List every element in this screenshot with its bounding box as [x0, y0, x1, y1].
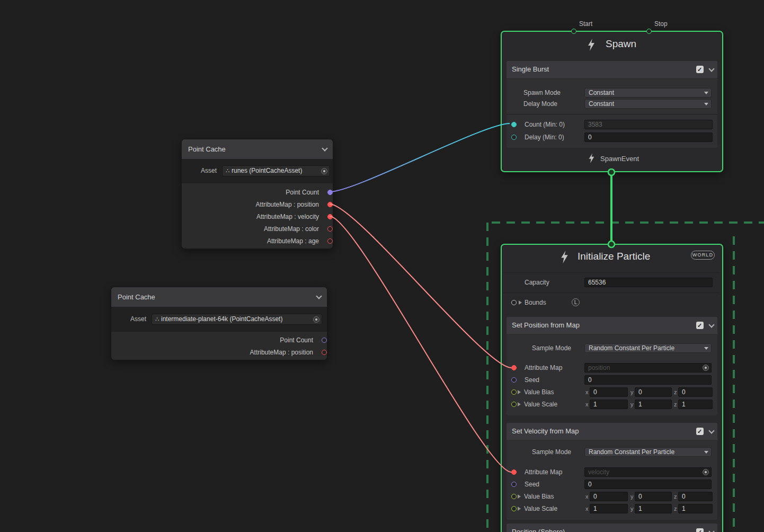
set-velocity-header[interactable]: Set Velocity from Map: [507, 423, 717, 440]
block-enabled-checkbox[interactable]: [696, 322, 704, 329]
initialize-node-title: Initialize Particle: [578, 251, 650, 262]
single-burst-title: Single Burst: [507, 65, 549, 73]
set-velocity-from-map-block[interactable]: Set Velocity from Map Sample Mode Random…: [507, 423, 717, 520]
object-picker-icon[interactable]: [313, 316, 319, 323]
spawn-node[interactable]: Start Stop Spawn Single Burst Spawn Mode…: [501, 31, 723, 172]
point-cache-planet-node[interactable]: Point Cache Asset ∴intermediate-planet-6…: [111, 287, 327, 360]
point-cache-runes-node[interactable]: Point Cache Asset ∴runes (PointCacheAsse…: [181, 139, 333, 249]
seed-input-port[interactable]: [511, 482, 517, 487]
value-scale-foldout-icon[interactable]: [518, 507, 521, 511]
block-collapse-chevron-icon[interactable]: [708, 322, 714, 327]
flow-label-stop: Stop: [654, 19, 668, 29]
value-bias-z-field[interactable]: 0: [678, 387, 713, 397]
seed-field[interactable]: 0: [584, 375, 712, 385]
flow-input-port-stop[interactable]: [646, 29, 652, 34]
vfx-graph-canvas[interactable]: { "colors": { "background": "#1f1f1f", "…: [0, 0, 764, 532]
edge-point-count-to-spawn-count[interactable]: [330, 123, 510, 192]
value-bias-x-field[interactable]: 0: [590, 492, 628, 501]
value-bias-input-port[interactable]: [511, 389, 517, 395]
edge-position-to-attribute-map[interactable]: [330, 204, 511, 368]
flow-input-port-start[interactable]: [571, 29, 576, 34]
block-collapse-chevron-icon[interactable]: [708, 428, 714, 433]
output-label: AttributeMap : velocity: [182, 211, 319, 223]
single-burst-collapse-chevron-icon[interactable]: [708, 66, 714, 72]
bounds-foldout-icon[interactable]: [519, 300, 522, 305]
single-burst-enabled-checkbox[interactable]: [696, 66, 704, 73]
count-input-port[interactable]: [511, 122, 517, 127]
value-bias-foldout-icon[interactable]: [518, 390, 521, 394]
attribute-map-input-port[interactable]: [511, 365, 517, 370]
point-count-output-port[interactable]: [322, 338, 327, 343]
set-position-from-map-block[interactable]: Set Position from Map Sample Mode Random…: [507, 317, 717, 415]
value-scale-z-field[interactable]: 1: [678, 504, 713, 513]
set-position-header[interactable]: Set Position from Map: [507, 317, 717, 334]
value-scale-x-field[interactable]: 1: [590, 504, 628, 513]
sample-mode-dropdown[interactable]: Random Constant Per Particle: [584, 447, 712, 457]
attributemap-velocity-output-port[interactable]: [327, 214, 333, 219]
spawn-mode-dropdown[interactable]: Constant: [584, 88, 712, 97]
value-scale-x-field[interactable]: 1: [590, 400, 628, 409]
attribute-map-input-port[interactable]: [511, 469, 517, 475]
output-row-color: AttributeMap : color: [182, 223, 333, 235]
attributemap-color-output-port[interactable]: [327, 226, 333, 232]
value-scale-y-field[interactable]: 1: [635, 504, 672, 513]
block-enabled-checkbox[interactable]: [696, 428, 704, 435]
value-bias-foldout-icon[interactable]: [518, 494, 521, 499]
value-bias-input-port[interactable]: [511, 494, 517, 499]
lightning-icon: [587, 39, 596, 51]
value-bias-y-field[interactable]: 0: [635, 387, 672, 397]
object-picker-icon[interactable]: [321, 168, 327, 174]
asset-object-field[interactable]: ∴runes (PointCacheAsset): [222, 165, 330, 176]
initialize-particle-node[interactable]: Initialize Particle WORLD Capacity 65536…: [501, 244, 723, 532]
value-bias-y-field[interactable]: 0: [635, 492, 672, 501]
output-row-point-count: Point Count: [182, 187, 333, 199]
block-enabled-checkbox[interactable]: [696, 528, 704, 532]
seed-field[interactable]: 0: [584, 480, 712, 489]
seed-input-port[interactable]: [511, 377, 517, 383]
sample-mode-value: Random Constant Per Particle: [589, 344, 674, 352]
block-collapse-chevron-icon[interactable]: [708, 528, 714, 532]
point-cache-title: Point Cache: [182, 145, 226, 153]
value-scale-input-port[interactable]: [511, 506, 517, 511]
collapse-chevron-icon[interactable]: [316, 293, 322, 299]
attribute-map-field[interactable]: velocity: [584, 467, 712, 477]
value-scale-input-port[interactable]: [511, 402, 517, 407]
output-row-point-count: Point Count: [111, 334, 327, 347]
attribute-map-field[interactable]: position: [584, 363, 712, 373]
output-label: AttributeMap : age: [182, 235, 319, 247]
value-bias-label: Value Bias: [524, 492, 554, 501]
object-picker-icon[interactable]: [703, 469, 709, 475]
attributemap-age-output-port[interactable]: [327, 238, 333, 244]
value-bias-x-field[interactable]: 0: [590, 387, 628, 397]
position-sphere-header[interactable]: Position (Sphere): [507, 524, 717, 532]
delay-mode-dropdown[interactable]: Constant: [584, 99, 712, 109]
space-badge-world[interactable]: WORLD: [691, 251, 715, 260]
value-scale-z-field[interactable]: 1: [678, 400, 713, 409]
position-sphere-block[interactable]: Position (Sphere): [507, 524, 717, 532]
value-bias-z-field[interactable]: 0: [678, 492, 713, 501]
point-count-output-port[interactable]: [327, 190, 333, 195]
point-cache-planet-header[interactable]: Point Cache: [111, 287, 327, 307]
spawn-mode-value: Constant: [589, 89, 614, 96]
asset-object-field[interactable]: ∴intermediate-planet-64k (PointCacheAsse…: [152, 314, 322, 325]
count-field[interactable]: 3583: [584, 120, 713, 129]
collapse-chevron-icon[interactable]: [322, 145, 327, 151]
sample-mode-dropdown[interactable]: Random Constant Per Particle: [584, 343, 712, 353]
value-scale-foldout-icon[interactable]: [518, 402, 521, 406]
dropdown-arrow-icon: [704, 103, 708, 105]
x-axis-label: x: [585, 492, 589, 501]
capacity-field[interactable]: 65536: [584, 278, 713, 287]
object-picker-icon[interactable]: [703, 365, 709, 371]
attributemap-position-output-port[interactable]: [322, 350, 327, 355]
delay-input-port[interactable]: [511, 135, 517, 140]
attributemap-position-output-port[interactable]: [327, 202, 333, 207]
output-row-position: AttributeMap : position: [111, 347, 327, 359]
single-burst-block[interactable]: Single Burst Spawn Mode Constant Delay M…: [507, 61, 717, 148]
delay-field[interactable]: 0: [584, 132, 713, 142]
bounds-space-toggle[interactable]: L: [572, 298, 580, 306]
edge-velocity-to-attribute-map[interactable]: [330, 216, 511, 472]
point-cache-runes-header[interactable]: Point Cache: [182, 139, 333, 159]
bounds-input-port[interactable]: [511, 300, 517, 305]
single-burst-header[interactable]: Single Burst: [507, 61, 717, 78]
value-scale-y-field[interactable]: 1: [635, 400, 672, 409]
